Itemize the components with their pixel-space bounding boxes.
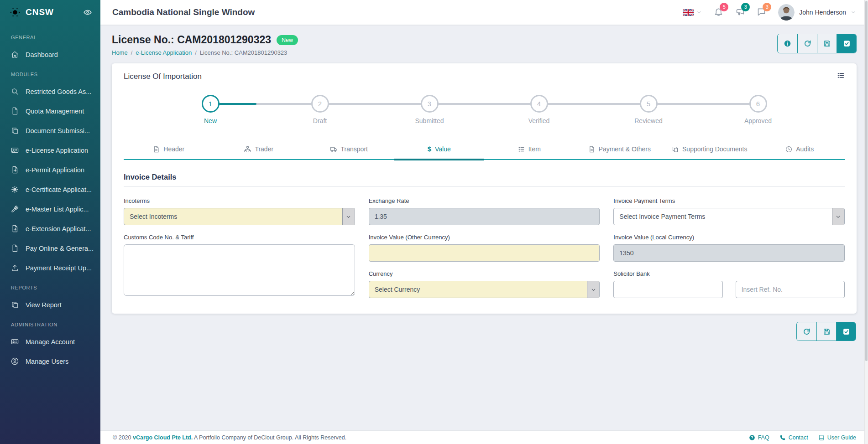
submit-check-button[interactable]: [836, 322, 856, 341]
sidebar-item-label: View Report: [26, 301, 62, 309]
license-card: License Of Importation 1 New 2 Dra: [112, 63, 857, 314]
sidebar-toggle-eye-icon[interactable]: [83, 8, 92, 17]
topbar: Cambodia National Single Window 5 3 3: [100, 0, 868, 25]
uk-flag-icon: [683, 9, 694, 16]
invoice-value-other-input[interactable]: [369, 244, 600, 262]
tab-audits[interactable]: Audits: [755, 141, 845, 159]
refresh-button[interactable]: [797, 322, 816, 341]
page-actions-bottom: [112, 322, 856, 341]
refresh-icon: [803, 328, 810, 336]
file-export-icon: [11, 225, 19, 232]
sidebar-item-quota-management[interactable]: Quota Management: [0, 101, 100, 121]
sidebar-item-label: e-License Application: [26, 147, 88, 154]
announcements-badge: 3: [741, 3, 750, 11]
customs-code-textarea[interactable]: [124, 244, 355, 296]
select-arrow: [832, 208, 844, 225]
solicitor-bank-input[interactable]: [613, 281, 722, 298]
section-divider: [124, 186, 845, 187]
chevron-down-icon: [851, 10, 856, 15]
scrollbar[interactable]: [864, 0, 868, 444]
field-solicitor-bank: Solicitor Bank: [613, 270, 845, 298]
sidebar-item-elicense-application[interactable]: e-License Application: [0, 140, 100, 160]
company-link[interactable]: vCargo Cloud Pte Ltd.: [133, 434, 193, 441]
refresh-button[interactable]: [797, 34, 817, 53]
sidebar-nav: GENERAL Dashboard MODULES Restricted Goo…: [0, 25, 100, 444]
invoice-value-local-input: [613, 244, 845, 262]
select-arrow: [342, 208, 355, 225]
sidebar-item-payment-receipt-upload[interactable]: Payment Receipt Up...: [0, 258, 100, 278]
content-area: License No.: CAM201801290323 New Home / …: [100, 25, 868, 430]
brand-name: CNSW: [26, 7, 78, 17]
info-button[interactable]: [778, 34, 797, 53]
submit-check-button[interactable]: [837, 34, 856, 53]
user-guide-link[interactable]: User Guide: [818, 434, 856, 441]
tab-transport[interactable]: Transport: [304, 141, 394, 159]
file-icon: [153, 146, 160, 153]
truck-icon: [330, 146, 337, 153]
invoice-form: Incoterms Select Incoterms Exchange Rate…: [124, 197, 845, 298]
sidebar-item-label: e-Extension Applicat...: [26, 225, 91, 232]
step-new: 1 New: [156, 95, 265, 124]
save-button[interactable]: [817, 34, 837, 53]
sidebar-item-dashboard[interactable]: Dashboard: [0, 45, 100, 64]
copy-icon: [11, 301, 19, 309]
field-invoice-payment-terms: Invoice Payment Terms Select Invoice Pay…: [613, 197, 845, 225]
file-icon: [11, 107, 19, 115]
breadcrumb-home[interactable]: Home: [112, 49, 128, 56]
breadcrumb-elicense[interactable]: e-License Application: [136, 49, 192, 56]
tab-trader[interactable]: Trader: [214, 141, 304, 159]
solicitor-bank-ref-input[interactable]: [736, 281, 845, 298]
step-approved: 6 Approved: [703, 95, 813, 124]
tab-item[interactable]: Item: [484, 141, 575, 159]
card-title: License Of Importation: [124, 72, 202, 81]
sidebar-item-manage-account[interactable]: Manage Account: [0, 332, 100, 351]
sidebar-item-emaster-list-application[interactable]: e-Master List Applic...: [0, 199, 100, 219]
step-verified: 4 Verified: [484, 95, 594, 124]
faq-link[interactable]: FAQ: [749, 434, 769, 441]
field-customs-code: Customs Code No. & Tariff: [124, 234, 355, 298]
sidebar-item-pay-online[interactable]: Pay Online & Genera...: [0, 238, 100, 258]
file-export-icon: [11, 166, 19, 174]
breadcrumb: Home / e-License Application / License N…: [112, 49, 298, 56]
sidebar-item-manage-users[interactable]: Manage Users: [0, 351, 100, 371]
list-menu-icon: [837, 72, 845, 79]
sidebar-item-ecertificate-application[interactable]: e-Certificate Applicat...: [0, 180, 100, 199]
sidebar-item-label: Pay Online & Genera...: [26, 245, 94, 252]
language-selector[interactable]: [683, 9, 702, 16]
scrollbar-thumb[interactable]: [865, 1, 868, 361]
card-menu-button[interactable]: [837, 72, 845, 81]
user-menu[interactable]: John Henderson: [778, 4, 856, 21]
save-button[interactable]: [816, 322, 836, 341]
tab-value[interactable]: $ Value: [394, 141, 485, 160]
tab-supporting-documents[interactable]: Supporting Documents: [664, 141, 755, 159]
incoterms-select[interactable]: Select Incoterms: [124, 208, 355, 225]
step-draft: 2 Draft: [265, 95, 375, 124]
file-icon: [11, 244, 19, 252]
sidebar-item-epermit-application[interactable]: e-Permit Application: [0, 160, 100, 180]
field-currency: Currency Select Currency: [369, 270, 600, 298]
currency-select[interactable]: Select Currency: [369, 281, 600, 298]
exchange-rate-input: [369, 208, 600, 225]
notifications-bell-button[interactable]: 5: [714, 7, 723, 18]
sidebar-section-administration: ADMINISTRATION: [0, 315, 100, 332]
home-icon: [11, 51, 19, 58]
check-square-icon: [842, 328, 850, 336]
sidebar-item-label: e-Permit Application: [26, 166, 84, 174]
announcements-button[interactable]: 3: [735, 7, 745, 18]
id-card-icon: [11, 146, 19, 154]
clock-icon: [785, 146, 792, 153]
invoice-payment-terms-select[interactable]: Select Invoice Payment Terms: [613, 208, 845, 225]
sidebar-item-eextension-application[interactable]: e-Extension Applicat...: [0, 219, 100, 238]
tab-header[interactable]: Header: [124, 141, 214, 159]
tab-payment-others[interactable]: Payment & Others: [575, 141, 665, 159]
field-invoice-value-other: Invoice Value (Other Currency): [369, 234, 600, 262]
page-title: License No.: CAM201801290323: [112, 34, 271, 46]
sidebar-item-restricted-goods[interactable]: Restricted Goods As...: [0, 82, 100, 101]
field-label: Currency: [369, 270, 600, 277]
dollar-icon: $: [428, 145, 431, 153]
sidebar-item-view-report[interactable]: View Report: [0, 295, 100, 315]
contact-link[interactable]: Contact: [779, 434, 808, 441]
sidebar-item-document-submission[interactable]: Document Submissi...: [0, 121, 100, 140]
breadcrumb-separator: /: [195, 49, 197, 56]
messages-button[interactable]: 3: [757, 7, 766, 18]
